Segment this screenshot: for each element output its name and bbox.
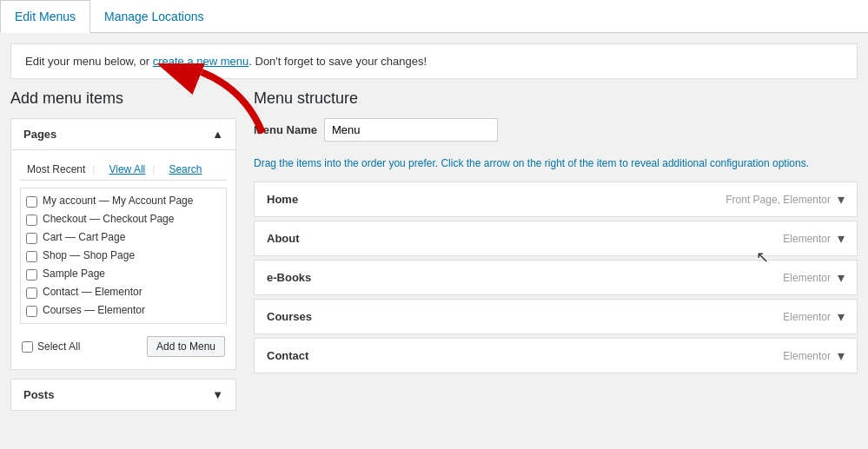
menu-name-label: Menu Name [254, 123, 317, 136]
list-item: Shop — Shop Page [24, 247, 222, 265]
menu-item-ebooks-right: Elementor ▾ [783, 269, 845, 286]
menu-name-input[interactable] [324, 118, 498, 142]
myaccount-label: My account — My Account Page [43, 195, 193, 207]
checkout-checkbox[interactable] [26, 215, 37, 226]
pages-list: My account — My Account Page Checkout — … [20, 188, 227, 324]
list-item: Courses — Elementor [24, 301, 222, 320]
menu-items-list: Home Front Page, Elementor ▾ About Eleme… [254, 182, 858, 373]
top-nav: Edit Menus Manage Locations [0, 0, 868, 33]
menu-item-contact-arrow[interactable]: ▾ [838, 347, 845, 364]
cart-checkbox[interactable] [26, 233, 37, 244]
two-col-layout: Add menu items Pages ▲ Most Recent View … [10, 89, 858, 411]
menu-item-home-meta: Front Page, Elementor [726, 194, 831, 206]
menu-item-about: About Elementor ▾ [254, 221, 858, 256]
tab-edit-menus[interactable]: Edit Menus [0, 0, 90, 33]
menu-item-home-arrow[interactable]: ▾ [838, 191, 845, 208]
select-all-row: Select All Add to Menu [20, 331, 227, 360]
menu-item-ebooks: e-Books Elementor ▾ [254, 260, 858, 295]
courses-checkbox[interactable] [26, 306, 37, 317]
menu-item-about-right: Elementor ▾ [783, 230, 845, 247]
menu-item-home-label: Home [267, 193, 298, 206]
shop-label: Shop — Shop Page [43, 249, 135, 261]
menu-item-courses-right: Elementor ▾ [783, 308, 845, 325]
pages-tab-bar: Most Recent View All Search [20, 159, 227, 181]
posts-chevron-down: ▼ [212, 388, 223, 401]
menu-item-contact: Contact Elementor ▾ [254, 338, 858, 373]
list-item: Cart — Cart Page [24, 228, 222, 247]
menu-item-home-right: Front Page, Elementor ▾ [726, 191, 845, 208]
pages-label: Pages [23, 128, 56, 141]
menu-item-courses: Courses Elementor ▾ [254, 299, 858, 334]
pages-accordion: Pages ▲ Most Recent View All Search [10, 118, 236, 370]
add-menu-items-title: Add menu items [10, 89, 236, 108]
select-all-checkbox[interactable] [22, 341, 33, 353]
select-all-text: Select All [37, 340, 80, 353]
list-item: Checkout — Checkout Page [24, 210, 222, 228]
content-area: Edit your menu below, or create a new me… [0, 43, 868, 421]
drag-hint: Drag the items into the order you prefer… [254, 155, 858, 171]
menu-item-ebooks-label: e-Books [267, 271, 311, 284]
menu-item-about-meta: Elementor [783, 233, 831, 245]
tab-most-recent[interactable]: Most Recent [20, 159, 102, 180]
posts-accordion-header[interactable]: Posts ▼ [11, 380, 235, 410]
notice-text-before: Edit your menu below, or [25, 55, 153, 68]
posts-label: Posts [23, 388, 54, 401]
menu-name-row: Menu Name [254, 118, 858, 142]
notice-bar: Edit your menu below, or create a new me… [10, 43, 858, 79]
menu-structure-title: Menu structure [254, 89, 858, 108]
checkout-label: Checkout — Checkout Page [43, 213, 174, 225]
pages-accordion-header[interactable]: Pages ▲ [11, 119, 235, 149]
right-panel: Menu structure Menu Name Drag the items … [254, 89, 858, 411]
menu-item-courses-arrow[interactable]: ▾ [838, 308, 845, 325]
list-item: Sample Page [24, 265, 222, 283]
menu-item-ebooks-meta: Elementor [783, 272, 831, 284]
menu-item-about-label: About [267, 232, 300, 245]
menu-item-contact-meta: Elementor [783, 350, 831, 362]
menu-item-contact-label: Contact [267, 349, 308, 362]
menu-item-courses-label: Courses [267, 310, 312, 323]
tab-search[interactable]: Search [162, 159, 209, 180]
select-all-label[interactable]: Select All [22, 340, 80, 353]
shop-checkbox[interactable] [26, 251, 37, 262]
sample-checkbox[interactable] [26, 269, 37, 281]
tab-view-all[interactable]: View All [102, 159, 162, 180]
create-new-menu-link[interactable]: create a new menu [153, 55, 249, 68]
menu-item-home: Home Front Page, Elementor ▾ [254, 182, 858, 217]
menu-item-ebooks-arrow[interactable]: ▾ [838, 269, 845, 286]
menu-item-contact-right: Elementor ▾ [783, 347, 845, 364]
contact-checkbox[interactable] [26, 287, 37, 299]
left-panel: Add menu items Pages ▲ Most Recent View … [10, 89, 236, 411]
posts-accordion: Posts ▼ [10, 379, 236, 411]
notice-text-after: . Don't forget to save your changes! [248, 55, 427, 68]
courses-label: Courses — Elementor [43, 304, 145, 316]
tab-manage-locations[interactable]: Manage Locations [90, 0, 217, 32]
myaccount-checkbox[interactable] [26, 196, 37, 208]
contact-label: Contact — Elementor [43, 286, 142, 298]
add-to-menu-button[interactable]: Add to Menu [147, 336, 225, 357]
cart-label: Cart — Cart Page [43, 231, 125, 243]
menu-item-about-arrow[interactable]: ▾ [838, 230, 845, 247]
list-item: Contact — Elementor [24, 283, 222, 301]
list-item: My account — My Account Page [24, 192, 222, 210]
pages-chevron-up: ▲ [212, 128, 223, 141]
sample-label: Sample Page [43, 267, 105, 280]
pages-accordion-body: Most Recent View All Search My account —… [11, 149, 235, 369]
menu-item-courses-meta: Elementor [783, 311, 831, 323]
